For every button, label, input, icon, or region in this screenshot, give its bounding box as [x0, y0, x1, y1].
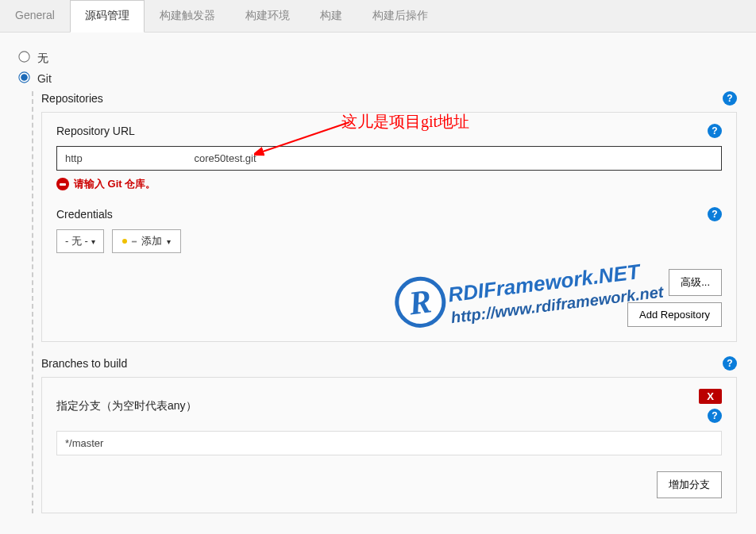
scm-none-label[interactable]: 无 [19, 52, 48, 64]
help-icon[interactable]: ? [723, 356, 737, 371]
svg-line-0 [260, 122, 349, 152]
error-icon [56, 178, 69, 190]
help-icon[interactable]: ? [723, 91, 737, 106]
add-branch-button[interactable]: 增加分支 [657, 471, 722, 498]
branches-panel: 指定分支（为空时代表any） X ? 增加分支 [41, 377, 737, 513]
key-icon: ━ [132, 237, 137, 246]
advanced-button[interactable]: 高级... [669, 269, 722, 296]
help-icon[interactable]: ? [708, 207, 722, 221]
branch-spec-label: 指定分支（为空时代表any） [56, 399, 197, 413]
credentials-select[interactable]: - 无 - ▾ [56, 229, 104, 253]
tab-general[interactable]: General [0, 0, 70, 32]
key-icon [122, 239, 127, 244]
annotation-label: 这儿是项目git地址 [341, 111, 469, 133]
tab-build[interactable]: 构建 [305, 0, 357, 32]
repo-url-error: 请输入 Git 仓库。 [74, 177, 156, 191]
branches-title: Branches to build [41, 357, 127, 370]
scm-git-radio[interactable] [18, 71, 29, 83]
scm-git-text: Git [37, 72, 52, 85]
chevron-down-icon: ▾ [167, 237, 171, 246]
branch-spec-input[interactable] [56, 431, 722, 455]
help-icon[interactable]: ? [708, 409, 722, 423]
tab-scm[interactable]: 源码管理 [70, 0, 145, 33]
annotation-arrow-icon [254, 121, 357, 160]
tab-build-env[interactable]: 构建环境 [230, 0, 305, 32]
tab-triggers[interactable]: 构建触发器 [145, 0, 230, 32]
credentials-label: Credentials [56, 208, 113, 221]
repositories-title: Repositories [41, 92, 103, 105]
repositories-panel: Repository URL ? 请输入 Git 仓库。 Credentials… [41, 112, 737, 342]
tab-post-build[interactable]: 构建后操作 [357, 0, 443, 32]
delete-branch-button[interactable]: X [699, 389, 722, 404]
help-icon[interactable]: ? [708, 124, 722, 138]
scm-none-text: 无 [37, 52, 48, 64]
tabs-bar: General 源码管理 构建触发器 构建环境 构建 构建后操作 [0, 0, 756, 33]
add-repository-button[interactable]: Add Repository [627, 302, 722, 327]
add-credentials-button[interactable]: ━ 添加 ▾ [112, 229, 181, 253]
scm-none-radio[interactable] [18, 51, 29, 62]
scm-git-row: Git [19, 72, 737, 85]
repo-url-input[interactable] [56, 146, 722, 171]
scm-none-row: 无 [19, 52, 737, 66]
repo-url-label: Repository URL [56, 125, 135, 137]
chevron-down-icon: ▾ [91, 237, 95, 246]
credentials-selected-value: - 无 - [65, 234, 88, 248]
add-cred-label: 添加 [141, 234, 162, 248]
scm-git-label[interactable]: Git [19, 72, 52, 85]
